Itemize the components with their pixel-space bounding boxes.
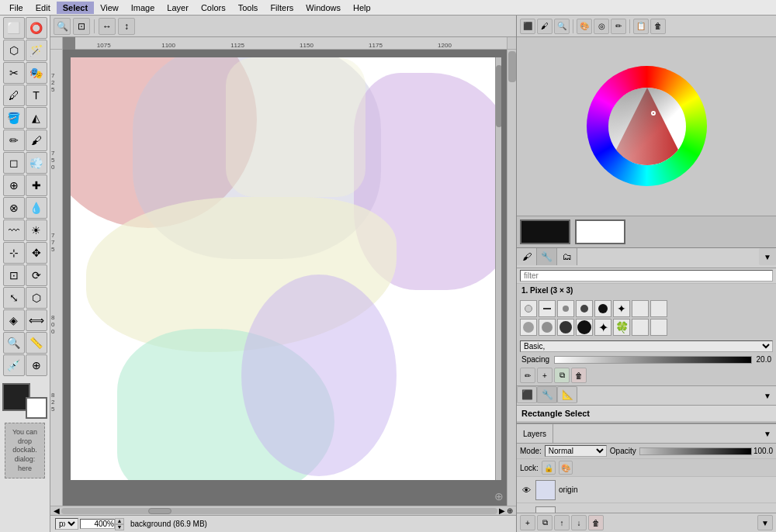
zoom-input[interactable]: ▲ ▼ (80, 518, 124, 530)
layer-copy-btn[interactable]: ⧉ (537, 515, 553, 530)
brush-item-4[interactable] (576, 300, 593, 317)
layer-item-origin[interactable]: 👁 origin (517, 477, 776, 503)
tool-dodge-burn[interactable]: ☀ (26, 219, 47, 241)
tool-blur-sharpen[interactable]: 💧 (26, 197, 47, 219)
tool-shear[interactable]: ⬡ (26, 287, 47, 309)
tool-align[interactable]: ⊹ (3, 242, 25, 264)
tool-clone[interactable]: ⊕ (3, 174, 25, 196)
tool-heal[interactable]: ✚ (26, 174, 47, 196)
bg-color-box[interactable] (575, 219, 625, 244)
brush-item-14[interactable]: 🍀 (613, 319, 630, 336)
menu-filters[interactable]: Filters (264, 2, 300, 14)
canvas-scroll-area[interactable]: ⊕ (63, 50, 507, 506)
color-wheel-container[interactable] (587, 66, 707, 188)
zoom-control[interactable]: px ▲ ▼ (55, 518, 124, 530)
brush-mode-select[interactable]: Basic, (520, 340, 773, 352)
brushes-tab-icon-3[interactable]: 🗂 (557, 248, 577, 265)
tool-smudge[interactable]: 〰 (3, 219, 25, 241)
tool-measure[interactable]: 📏 (26, 332, 47, 354)
menu-tools[interactable]: Tools (232, 2, 265, 14)
menu-edit[interactable]: Edit (29, 2, 57, 14)
tool-fuzzy-select[interactable]: 🪄 (26, 40, 47, 61)
brushes-tab-icon-1[interactable]: 🖌 (517, 248, 537, 265)
canvas-scroll-h[interactable]: ↔ (99, 18, 116, 35)
brush-item-9[interactable] (520, 319, 537, 336)
brush-item-5[interactable] (594, 300, 611, 317)
menu-help[interactable]: Help (347, 2, 377, 14)
menu-file[interactable]: File (3, 2, 29, 14)
lock-pixels-btn[interactable]: 🔒 (542, 461, 556, 475)
layers-menu-btn[interactable]: ▼ (759, 424, 776, 443)
brush-item-7[interactable] (632, 300, 649, 317)
menu-view[interactable]: View (94, 2, 125, 14)
zoom-arrows[interactable]: ▲ ▼ (115, 518, 124, 530)
unit-select[interactable]: px (55, 518, 78, 530)
color-tool-1[interactable]: ⬛ (520, 19, 535, 34)
tool-crop[interactable]: ⊡ (3, 264, 25, 286)
tool-text[interactable]: T (26, 85, 47, 106)
brush-item-3[interactable] (557, 300, 574, 317)
brush-item-16[interactable] (650, 319, 667, 336)
tool-flip[interactable]: ⟺ (26, 309, 47, 331)
brush-item-8[interactable] (650, 300, 667, 317)
brushes-menu-btn[interactable]: ▼ (759, 248, 776, 265)
tool-scale[interactable]: ⤡ (3, 287, 25, 309)
scroll-left[interactable]: ◀ (54, 506, 60, 515)
spacing-slider[interactable] (554, 356, 751, 364)
background-color[interactable] (26, 397, 47, 419)
color-tool-6[interactable]: ✏ (611, 19, 626, 34)
layers-mode-select[interactable]: Normal (545, 445, 607, 457)
tool-options-menu[interactable]: ▼ (759, 386, 776, 405)
tool-airbrush[interactable]: 💨 (26, 152, 47, 174)
tool-foreground-select[interactable]: 🎭 (26, 62, 47, 84)
zoom-value[interactable] (80, 519, 115, 529)
brush-delete-btn[interactable]: 🗑 (571, 368, 587, 383)
menu-select[interactable]: Select (57, 2, 94, 14)
color-wheel-svg[interactable] (587, 66, 707, 186)
color-tool-3[interactable]: 🔍 (554, 19, 570, 34)
tool-perspective-clone[interactable]: ⊗ (3, 197, 25, 219)
canvas-scrollbar-h[interactable]: ◀ ▶ ⊕ (50, 506, 516, 515)
brush-item-15[interactable] (632, 319, 649, 336)
tool-rectangle-select[interactable]: ⬜ (3, 17, 25, 39)
tool-perspective[interactable]: ◈ (3, 309, 25, 331)
tool-move[interactable]: ✥ (26, 242, 47, 264)
menu-windows[interactable]: Windows (300, 2, 347, 14)
opacity-slider[interactable] (639, 447, 752, 455)
lock-color-btn[interactable]: 🎨 (559, 461, 573, 475)
zoom-up[interactable]: ▲ (115, 518, 124, 524)
layer-item-origin-colors[interactable]: 👁 origin [colors] (517, 503, 776, 513)
tool-paintbrush[interactable]: 🖌 (26, 130, 47, 151)
tool-tab-1[interactable]: ⬛ (517, 386, 537, 403)
hscroll-track[interactable] (61, 508, 497, 514)
tool-zoom[interactable]: 🔍 (3, 332, 25, 354)
brush-item-11[interactable] (557, 319, 574, 336)
color-tool-7[interactable]: 📋 (633, 19, 649, 34)
brushes-tab-icon-2[interactable]: 🔧 (537, 248, 557, 265)
canvas-vscroll[interactable] (495, 57, 501, 480)
brush-edit-btn[interactable]: ✏ (520, 368, 535, 383)
canvas-zoom-out[interactable]: 🔍 (54, 18, 71, 35)
canvas-scrollbar-v[interactable] (507, 50, 516, 506)
tool-pencil[interactable]: ✏ (3, 130, 25, 151)
canvas-corner-icon[interactable]: ⊕ (494, 490, 504, 503)
tool-blend[interactable]: ◭ (26, 107, 47, 129)
brush-item-12[interactable] (576, 319, 593, 336)
layer-new-btn[interactable]: + (520, 515, 535, 530)
layer-down-btn[interactable]: ↓ (571, 515, 587, 530)
tool-rotate[interactable]: ⟳ (26, 264, 47, 286)
layers-opacity-control[interactable]: 100.0 (639, 447, 773, 455)
color-tool-4[interactable]: 🎨 (577, 19, 592, 34)
layer-eye-origin[interactable]: 👁 (520, 484, 532, 496)
layer-menu-btn[interactable]: ▼ (757, 515, 773, 530)
layers-tab[interactable]: Layers (517, 424, 553, 443)
tool-paint-bucket[interactable]: 🪣 (3, 107, 25, 129)
menu-image[interactable]: Image (125, 2, 161, 14)
layer-up-btn[interactable]: ↑ (554, 515, 570, 530)
canvas-vscroll-thumb[interactable] (496, 65, 501, 127)
tool-color-picker[interactable]: 💉 (3, 354, 25, 376)
brush-item-10[interactable] (539, 319, 556, 336)
layer-delete-btn[interactable]: 🗑 (588, 515, 604, 530)
color-tool-8[interactable]: 🗑 (650, 19, 666, 34)
tool-paths[interactable]: 🖊 (3, 85, 25, 106)
